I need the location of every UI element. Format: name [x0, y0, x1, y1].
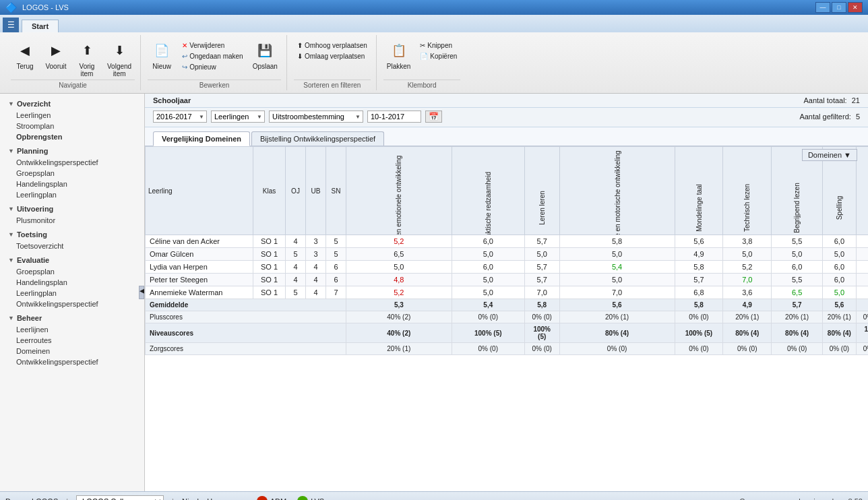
sidebar-item-toetsoverzicht[interactable]: Toetsoverzicht — [0, 241, 144, 251]
opnieuw-button[interactable]: ↪ Opnieuw — [179, 62, 247, 72]
sidebar-item-leerroutes[interactable]: Leerroutes — [0, 335, 144, 346]
table-container[interactable]: Leerling Klas OJ UB SN Sociale en emotio… — [145, 146, 868, 355]
nieuw-button[interactable]: 📄 Nieuw — [148, 38, 176, 72]
cell-val: 5,0 — [772, 248, 823, 261]
footer-row-zorg: Zorgscores 20% (1) 0% (0) 0% (0) 0% (0) … — [146, 343, 869, 355]
sidebar-item-leerlijnen[interactable]: Leerlijnen — [0, 324, 144, 335]
leerlingen-dropdown[interactable]: Leerlingen — [211, 111, 265, 123]
sidebar-header-planning[interactable]: ▼ Planning — [0, 145, 144, 157]
vooruit-label: Vooruit — [45, 63, 66, 70]
terug-button[interactable]: ◀ Terug — [11, 38, 39, 72]
knippen-label: Knippen — [427, 42, 452, 49]
sidebar-item-groepsplan-e[interactable]: Groepsplan — [0, 266, 144, 277]
domeinen-button[interactable]: Domeinen ▼ — [802, 149, 857, 161]
cell-val: 5,7 — [524, 274, 559, 286]
sidebar-item-plusmonitor[interactable]: Plusmonitor — [0, 215, 144, 226]
footer-val: 20% (1) — [559, 311, 675, 323]
cell-sn: 5 — [326, 235, 346, 248]
th-leerling: Leerling — [146, 147, 253, 235]
sidebar-header-overzicht[interactable]: ▼ Overzicht — [0, 98, 144, 110]
sidebar-header-evaluatie[interactable]: ▼ Evaluatie — [0, 254, 144, 266]
sidebar-toetsing-label: Toetsing — [17, 230, 47, 239]
cell-oj: 4 — [286, 235, 306, 248]
vooruit-button[interactable]: ▶ Vooruit — [42, 38, 70, 72]
cell-val: 4,8 — [346, 274, 452, 286]
sidebar-item-ontwikkelingsperspectief-p[interactable]: Ontwikkelingsperspectief — [0, 157, 144, 168]
sidebar-item-leerlingplan-p[interactable]: Leerlingplan — [0, 189, 144, 200]
sidebar-header-toetsing[interactable]: ▼ Toetsing — [0, 228, 144, 241]
ongedaan-button[interactable]: ↩ Ongedaan maken — [179, 51, 247, 61]
sidebar-planning-label: Planning — [17, 147, 48, 155]
th-sn: SN — [326, 147, 346, 235]
sidebar-section-evaluatie: ▼ Evaluatie Groepsplan Handelingsplan Le… — [0, 253, 144, 311]
footer-val: 5,3 — [346, 299, 452, 311]
knippen-icon: ✂ — [420, 42, 425, 49]
vorig-item-button[interactable]: ⬆ Vorigitem — [73, 38, 101, 80]
sidebar-section-uitvoering: ▼ Uitvoering Plusmonitor — [0, 201, 144, 227]
knippen-button[interactable]: ✂ Knippen — [416, 40, 460, 51]
omhoog-button[interactable]: ⬆ Omhoog verplaatsen — [294, 40, 371, 51]
content-area: Schooljaar Aantal totaal: 21 2016-2017 L… — [145, 94, 868, 491]
close-button[interactable]: ✕ — [848, 2, 863, 13]
footer-label-zorg: Zorgscores — [146, 343, 346, 355]
sidebar-item-opbrengsten[interactable]: Opbrengsten — [0, 131, 144, 142]
sidebar-item-stroomplan[interactable]: Stroomplan — [0, 121, 144, 131]
sidebar-item-leerlingen[interactable]: Leerlingen — [0, 110, 144, 121]
sidebar-header-beheer[interactable]: ▼ Beheer — [0, 312, 144, 324]
volgend-item-button[interactable]: ⬇ Volgenditem — [104, 38, 135, 80]
footer-val: 0% (0) — [772, 343, 823, 355]
cell-val: 6,0 — [452, 261, 524, 274]
sidebar-item-groepsplan-p[interactable]: Groepsplan — [0, 168, 144, 179]
sidebar-item-leerlingplan-e[interactable]: Leerlingplan — [0, 288, 144, 299]
verwijderen-button[interactable]: ✕ Verwijderen — [179, 40, 247, 51]
footer-val: 0% (0) — [675, 343, 723, 355]
table-row: Peter ter Steegen SO 1 4 4 6 4,8 5,0 5,7… — [146, 274, 869, 286]
uitstroom-dropdown[interactable]: Uitstroombestemming — [269, 111, 363, 123]
cell-val: 6,0 — [822, 274, 856, 286]
cell-oj: 4 — [286, 274, 306, 286]
maximize-button[interactable]: □ — [832, 2, 846, 13]
kopieren-icon: 📄 — [420, 53, 428, 60]
sidebar-collapse-handle[interactable]: ◀ — [139, 286, 144, 299]
date-input[interactable] — [367, 111, 421, 123]
footer-val: 80% (4) — [822, 323, 856, 343]
cell-val: 6,5 — [346, 248, 452, 261]
sidebar-item-ontwikkelingsperspectief-b[interactable]: Ontwikkelingsperspectief — [0, 356, 144, 367]
year-dropdown[interactable]: 2016-2017 — [153, 111, 207, 123]
sidebar-item-domeinen[interactable]: Domeinen — [0, 346, 144, 356]
footer-val: 5,6 — [559, 299, 675, 311]
omlaag-button[interactable]: ⬇ Omlaag verplaatsen — [294, 51, 371, 61]
cell-val: 5,7 — [524, 235, 559, 248]
kopieren-button[interactable]: 📄 Kopiëren — [416, 51, 460, 61]
sorteren-group-label: Sorteren en filteren — [294, 80, 371, 90]
calendar-button[interactable]: 📅 — [425, 111, 442, 123]
evaluatie-toggle-icon: ▼ — [8, 257, 14, 263]
footer-val: 5,7 — [772, 299, 823, 311]
opnieuw-icon: ↪ — [182, 63, 187, 71]
minimize-button[interactable]: — — [815, 2, 830, 13]
tab-bijstelling[interactable]: Bijstelling Ontwikkelingsperspectief — [251, 131, 384, 146]
cell-val: 6,0 — [822, 235, 856, 248]
school-dropdown[interactable]: LOGOS College — [76, 495, 164, 501]
nav-group-label: Navigatie — [11, 80, 135, 90]
cell-val: 5,2 — [723, 261, 772, 274]
plakken-button[interactable]: 📋 Plakken — [383, 38, 414, 72]
cell-sn: 7 — [326, 286, 346, 299]
ribbon-group-bewerken: 📄 Nieuw ✕ Verwijderen ↩ Ongedaan maken ↪… — [142, 35, 287, 90]
opslaan-button[interactable]: 💾 Opslaan — [249, 38, 281, 72]
sidebar-header-uitvoering[interactable]: ▼ Uitvoering — [0, 203, 144, 215]
th-ub: UB — [306, 147, 326, 235]
sidebar-item-handelingsplan-p[interactable]: Handelingsplan — [0, 179, 144, 189]
cell-ub: 4 — [306, 261, 326, 274]
sidebar-item-handelingsplan-e[interactable]: Handelingsplan — [0, 277, 144, 288]
ribbon-menu-icon[interactable]: ☰ — [3, 18, 19, 32]
footer-row-plus: Plusscores 40% (2) 0% (0) 0% (0) 20% (1)… — [146, 311, 869, 323]
table-row: Omar Gülcen SO 1 5 3 5 6,5 5,0 5,0 5,0 4… — [146, 248, 869, 261]
sidebar-item-ontwikkelingsperspectief-e[interactable]: Ontwikkelingsperspectief — [0, 299, 144, 309]
tab-vergelijking[interactable]: Vergelijking Domeinen — [153, 131, 250, 146]
bewerken-col: ✕ Verwijderen ↩ Ongedaan maken ↪ Opnieuw — [179, 38, 247, 72]
cell-val: 6,0 — [822, 261, 856, 274]
year-dropdown-wrapper: 2016-2017 — [153, 111, 207, 123]
cell-val: 5,0 — [559, 248, 675, 261]
ribbon-tab-start[interactable]: Start — [22, 20, 59, 32]
